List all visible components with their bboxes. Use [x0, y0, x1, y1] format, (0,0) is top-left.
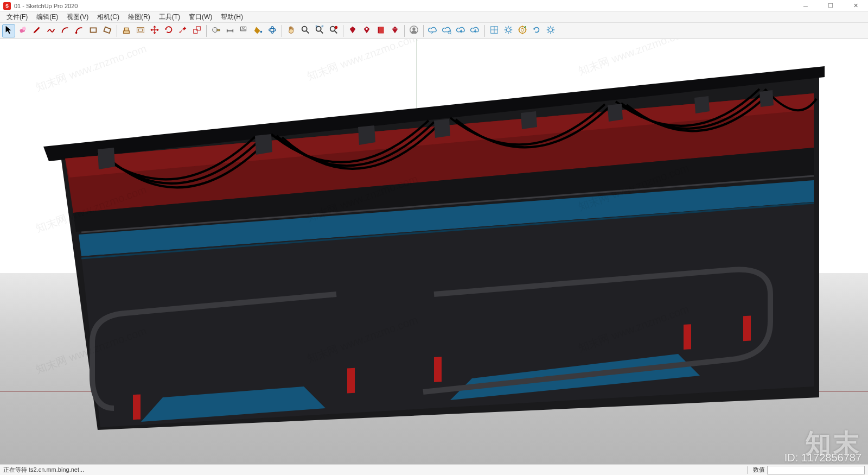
- followme-tool[interactable]: [176, 24, 189, 37]
- svg-line-29: [450, 33, 451, 34]
- target-tool-icon: [518, 25, 527, 36]
- svg-marker-51: [358, 125, 375, 145]
- line-tool[interactable]: [30, 24, 43, 37]
- svg-line-17: [307, 31, 309, 34]
- svg-marker-56: [760, 90, 774, 107]
- svg-point-14: [269, 28, 276, 31]
- cloud-sync-2[interactable]: [441, 24, 454, 37]
- move-tool[interactable]: [148, 24, 161, 37]
- scale-tool-icon: [192, 25, 202, 36]
- maximize-button[interactable]: ☐: [818, 0, 843, 12]
- svg-rect-45: [347, 368, 355, 394]
- extension-4[interactable]: [388, 24, 401, 37]
- model-render: [0, 39, 868, 464]
- zoom-tool[interactable]: [299, 24, 312, 37]
- zoom-window-tool[interactable]: [327, 24, 340, 37]
- settings-2[interactable]: [544, 24, 557, 37]
- svg-rect-5: [137, 28, 144, 33]
- freehand-tool-icon: [46, 25, 56, 36]
- text-tool[interactable]: A1: [238, 24, 251, 37]
- offset-tool[interactable]: [134, 24, 147, 37]
- user-account-icon: [409, 25, 419, 36]
- minimize-button[interactable]: ─: [793, 0, 818, 12]
- cloud-sync-1[interactable]: [426, 24, 439, 37]
- window-title: 01 - SketchUp Pro 2020: [14, 3, 78, 9]
- text-tool-icon: A1: [239, 25, 249, 36]
- target-tool[interactable]: [516, 24, 529, 37]
- settings-1[interactable]: [502, 24, 515, 37]
- eraser-tool[interactable]: [16, 24, 29, 37]
- arc2-tool[interactable]: [73, 24, 86, 37]
- statusbar: 正在等待 ts2.cn.mm.bing.net... 数值: [0, 464, 868, 475]
- rotate-tool[interactable]: [162, 24, 175, 37]
- rotated-rectangle-tool[interactable]: [101, 24, 114, 37]
- extension-3-icon: [376, 25, 386, 36]
- svg-point-13: [260, 31, 263, 33]
- rectangle-tool[interactable]: [87, 24, 100, 37]
- arc-tool[interactable]: [59, 24, 72, 37]
- svg-rect-8: [196, 27, 200, 30]
- line-tool-icon: [32, 25, 42, 36]
- rectangle-tool-icon: [88, 25, 98, 36]
- zoom-window-tool-icon: [329, 25, 339, 36]
- titlebar: S 01 - SketchUp Pro 2020 ─ ☐ ✕: [0, 0, 868, 12]
- svg-point-33: [521, 28, 524, 31]
- freehand-tool[interactable]: [44, 24, 58, 37]
- pushpull-tool[interactable]: [120, 24, 133, 37]
- viewport[interactable]: 知末网 www.znzmo.com 知末网 www.znzmo.com 知末网 …: [0, 39, 868, 464]
- cloud-sync-1-icon: [428, 25, 438, 36]
- menu-edit[interactable]: 编辑(E): [32, 11, 62, 23]
- svg-rect-7: [194, 29, 197, 33]
- menu-help[interactable]: 帮助(H): [216, 11, 247, 23]
- rotate-tool-icon: [164, 25, 174, 36]
- menu-tools[interactable]: 工具(T): [155, 11, 184, 23]
- measurement-label: 数值: [753, 466, 765, 474]
- extension-1[interactable]: [346, 24, 359, 37]
- menu-camera[interactable]: 相机(C): [93, 11, 124, 23]
- cloud-download[interactable]: [469, 24, 482, 37]
- svg-marker-55: [694, 96, 710, 113]
- menubar: 文件(F)编辑(E)视图(V)相机(C)绘图(R)工具(T)窗口(W)帮助(H): [0, 12, 868, 23]
- paint-bucket-tool[interactable]: [252, 24, 265, 37]
- svg-marker-50: [255, 134, 272, 155]
- settings-2-icon: [546, 25, 556, 36]
- menu-draw[interactable]: 绘图(R): [124, 11, 155, 23]
- refresh-tool[interactable]: [530, 24, 543, 37]
- zoom-extents-tool-icon: [315, 25, 324, 36]
- svg-point-16: [302, 27, 307, 31]
- select-tool[interactable]: [2, 24, 15, 37]
- extension-3[interactable]: [374, 24, 387, 37]
- tape-measure-tool[interactable]: [209, 24, 222, 37]
- cloud-sync-2-icon: [442, 25, 452, 36]
- cloud-upload[interactable]: [455, 24, 468, 37]
- extension-4-icon: [390, 25, 400, 36]
- svg-marker-52: [434, 119, 450, 138]
- svg-marker-54: [608, 104, 623, 122]
- menu-file[interactable]: 文件(F): [2, 11, 32, 23]
- toolbar: A1: [0, 23, 868, 39]
- grid-tool[interactable]: [488, 24, 501, 37]
- tape-measure-tool-icon: [211, 25, 221, 36]
- scale-tool[interactable]: [190, 24, 203, 37]
- pan-tool-icon: [286, 25, 296, 36]
- dimension-tool[interactable]: [224, 24, 237, 37]
- select-tool-icon: [4, 25, 14, 36]
- svg-point-20: [330, 27, 335, 31]
- cloud-download-icon: [470, 25, 480, 36]
- pan-tool[interactable]: [285, 24, 298, 37]
- zoom-extents-tool[interactable]: [313, 24, 326, 37]
- menu-view[interactable]: 视图(V): [62, 11, 93, 23]
- svg-rect-48: [743, 315, 751, 341]
- measurement-input[interactable]: [767, 466, 865, 474]
- close-button[interactable]: ✕: [843, 0, 868, 12]
- offset-tool-icon: [136, 25, 145, 36]
- user-account[interactable]: [407, 24, 420, 37]
- svg-rect-6: [138, 29, 142, 31]
- orbit-tool[interactable]: [266, 24, 279, 37]
- refresh-tool-icon: [532, 25, 541, 36]
- paint-bucket-tool-icon: [253, 25, 263, 36]
- menu-window[interactable]: 窗口(W): [184, 11, 216, 23]
- extension-2[interactable]: [360, 24, 373, 37]
- model-id-overlay: ID: 1172856787: [784, 452, 861, 464]
- pushpull-tool-icon: [122, 25, 131, 36]
